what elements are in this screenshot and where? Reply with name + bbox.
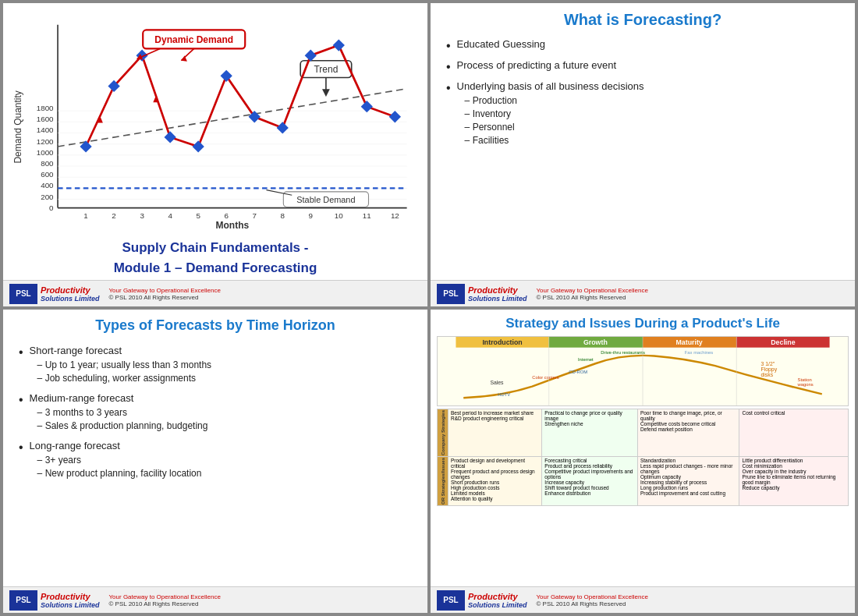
svg-text:Internet: Internet <box>578 357 594 362</box>
bullet-3-sublist: Production Inventory Personnel Facilitie… <box>457 95 644 146</box>
growth-or: Forecasting criticalProduct and process … <box>542 457 638 506</box>
svg-text:11: 11 <box>363 211 371 220</box>
slide3-heading: Types of Forecasts by Time Horizon <box>19 317 412 334</box>
svg-text:CD-ROM: CD-ROM <box>569 370 587 374</box>
svg-text:3: 3 <box>140 211 144 220</box>
logo-sub: Solutions Limited <box>41 295 100 303</box>
logo-main: Productivity <box>468 592 527 601</box>
sub-item-facilities: Facilities <box>465 135 644 146</box>
svg-text:Sales: Sales <box>490 380 504 385</box>
logo-sub: Solutions Limited <box>468 601 527 609</box>
bullet-2-text: Process of predicting a future event <box>457 59 617 71</box>
svg-text:Color copiers: Color copiers <box>532 375 559 380</box>
svg-text:Trend: Trend <box>314 64 338 75</box>
svg-text:1800: 1800 <box>37 104 54 112</box>
svg-text:1400: 1400 <box>37 126 54 135</box>
footer-copyright: © PSL 2010 All Rights Reserved <box>537 600 849 607</box>
bullet-medium-text: Medium-range forecast <box>30 392 134 404</box>
svg-text:Demand Quantity: Demand Quantity <box>12 90 23 163</box>
slide-1: Demand Quantity 0 200 400 600 800 1000 1… <box>3 3 427 306</box>
svg-text:1600: 1600 <box>37 115 54 123</box>
svg-text:disks: disks <box>761 372 774 377</box>
slide4-heading: Strategy and Issues During a Product's L… <box>437 316 849 331</box>
bullet-3-content: Underlying basis of all business decisio… <box>457 80 644 148</box>
svg-marker-52 <box>333 39 345 51</box>
footer-logo: PSL Productivity Solutions Limited <box>9 590 100 611</box>
footer-copyright: © PSL 2010 All Rights Reserved <box>109 600 422 607</box>
logo-text: Productivity Solutions Limited <box>468 285 527 303</box>
or-label: OR Strategies/Issues <box>438 457 448 506</box>
bullet-long-content: Long-range forecast 3+ years New product… <box>30 440 202 481</box>
svg-text:7: 7 <box>252 211 256 220</box>
logo-main: Productivity <box>41 285 100 295</box>
bullet-medium: Medium-range forecast 3 months to 3 year… <box>19 392 412 434</box>
intro-or: Product design and development criticalF… <box>448 457 542 506</box>
footer-tagline: Your Gateway to Operational Excellence <box>537 593 849 600</box>
svg-text:1000: 1000 <box>37 148 54 157</box>
bullet-short: Short-range forecast Up to 1 year; usual… <box>19 345 412 386</box>
bullet-1-text: Educated Guessing <box>457 38 545 50</box>
sub-long-1: 3+ years <box>37 455 202 466</box>
growth-company: Practical to change price or quality ima… <box>542 409 638 457</box>
slide2-bullets: Educated Guessing Process of predicting … <box>446 38 839 148</box>
svg-text:Introduction: Introduction <box>482 338 522 346</box>
svg-text:600: 600 <box>41 170 54 179</box>
sub-item-production: Production <box>465 95 644 106</box>
svg-text:8: 8 <box>281 211 285 220</box>
logo-text: Productivity Solutions Limited <box>41 285 100 303</box>
sub-item-personnel: Personnel <box>465 122 644 133</box>
svg-marker-54 <box>389 111 401 122</box>
slide3-footer: PSL Productivity Solutions Limited Your … <box>3 586 427 613</box>
sub-short-1: Up to 1 year; usually less than 3 months <box>37 359 211 370</box>
sub-long-2: New product planning, facility location <box>37 468 202 479</box>
logo-icon: PSL <box>9 590 37 611</box>
sub-short-2: Job scheduling, worker assignments <box>37 373 211 384</box>
chart-area: Demand Quantity 0 200 400 600 800 1000 1… <box>11 9 420 236</box>
slide4-content: Strategy and Issues During a Product's L… <box>431 310 855 586</box>
svg-text:1: 1 <box>83 211 87 220</box>
slide-3: Types of Forecasts by Time Horizon Short… <box>3 310 427 613</box>
footer-logo: PSL Productivity Solutions Limited <box>437 284 527 304</box>
maturity-company: Poor time to change image, price, or qua… <box>637 409 739 457</box>
slide1-footer: PSL Productivity Solutions Limited Your … <box>3 280 427 306</box>
slide1-title-line2: Module 1 – Demand Forecasting <box>114 260 317 277</box>
slide2-content: What is Forecasting? Educated Guessing P… <box>431 3 855 280</box>
svg-text:2: 2 <box>112 211 115 220</box>
plc-table: Company Strategies Best period to increa… <box>437 409 849 506</box>
decline-company: Cost control critical <box>739 409 849 457</box>
svg-marker-51 <box>305 50 317 62</box>
bullet-short-sublist: Up to 1 year; usually less than 3 months… <box>30 359 211 384</box>
svg-text:Drive-thru restaurants: Drive-thru restaurants <box>601 350 645 355</box>
slide1-content: Demand Quantity 0 200 400 600 800 1000 1… <box>3 3 427 280</box>
decline-or: Little product differentiationCost minim… <box>739 457 849 506</box>
slide2-heading: What is Forecasting? <box>446 11 839 29</box>
plc-chart: Introduction Growth Maturity Decline Sal… <box>437 336 849 406</box>
sub-item-inventory: Inventory <box>465 108 644 119</box>
svg-text:0: 0 <box>49 204 54 212</box>
footer-info: Your Gateway to Operational Excellence ©… <box>534 593 849 607</box>
bullet-long: Long-range forecast 3+ years New product… <box>19 440 412 481</box>
company-label: Company Strategies <box>438 409 448 457</box>
svg-text:HDTV: HDTV <box>498 392 510 397</box>
slide1-title-line1: Supply Chain Fundamentals - <box>114 239 317 257</box>
slide-2: What is Forecasting? Educated Guessing P… <box>431 3 855 306</box>
footer-info: Your Gateway to Operational Excellence ©… <box>534 287 849 301</box>
sub-medium-2: Sales & production planning, budgeting <box>37 420 208 431</box>
logo-sub: Solutions Limited <box>468 295 527 303</box>
slide4-footer: PSL Productivity Solutions Limited Your … <box>431 586 855 613</box>
logo-icon: PSL <box>9 284 37 304</box>
bullet-long-text: Long-range forecast <box>30 440 120 451</box>
sub-medium-1: 3 months to 3 years <box>37 407 208 418</box>
footer-logo: PSL Productivity Solutions Limited <box>9 284 100 304</box>
slide2-footer: PSL Productivity Solutions Limited Your … <box>431 280 855 306</box>
footer-logo: PSL Productivity Solutions Limited <box>437 590 527 611</box>
footer-tagline: Your Gateway to Operational Excellence <box>537 287 849 294</box>
svg-text:Decline: Decline <box>771 338 795 346</box>
logo-main: Productivity <box>468 285 527 295</box>
svg-text:4: 4 <box>168 211 172 220</box>
slide1-title: Supply Chain Fundamentals - Module 1 – D… <box>114 236 317 277</box>
svg-text:10: 10 <box>335 211 343 220</box>
svg-marker-50 <box>277 122 289 133</box>
svg-text:1200: 1200 <box>37 137 54 146</box>
logo-text: Productivity Solutions Limited <box>468 592 527 609</box>
